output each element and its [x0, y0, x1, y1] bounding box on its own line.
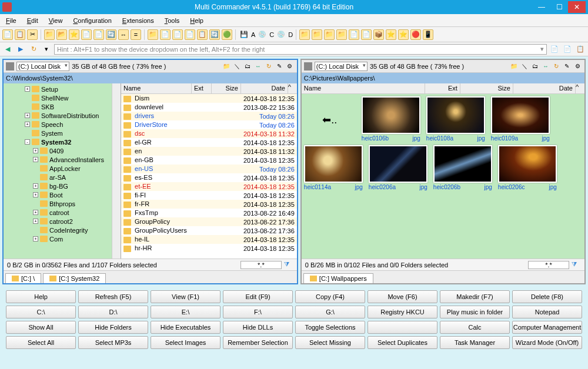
action-button[interactable]: Select Duplicates [368, 336, 437, 349]
right-path[interactable]: C:\Pictures\Wallpappers\ [302, 73, 584, 83]
tree-node[interactable]: +0409 [5, 146, 119, 155]
file-list-header[interactable]: Name Ext Size Date ^ [302, 83, 584, 94]
tree-node[interactable]: +catroot [5, 208, 119, 217]
panel-tool-icon[interactable]: ＼ [232, 62, 242, 71]
panel-tab[interactable]: [C:] System32 [43, 273, 106, 283]
file-row[interactable]: GroupPolicyUsers2013-08-22 17:36 [121, 226, 297, 235]
toolbar-icon[interactable]: 🟢 [222, 29, 232, 40]
action-button[interactable]: Select MP3s [78, 336, 148, 349]
action-button[interactable]: Hide Folders [78, 321, 148, 334]
tree-node[interactable]: ar-SA [5, 173, 119, 182]
expand-icon[interactable]: + [33, 236, 38, 241]
panel-tool-icon[interactable]: 🗂 [530, 62, 540, 71]
toolbar-icon[interactable]: ⭐ [386, 29, 396, 40]
tree-node[interactable]: AppLocker [5, 164, 119, 173]
toolbar-icon[interactable]: 📋 [197, 29, 208, 40]
toolbar-icon[interactable]: 🔄 [209, 29, 220, 40]
action-button[interactable]: Refresh (F5) [78, 290, 148, 303]
panel-tool-icon[interactable]: ⚙ [573, 62, 582, 71]
action-button[interactable]: Delete (F8) [512, 290, 582, 303]
toolbar-icon[interactable]: 📁 [336, 29, 347, 40]
expand-icon[interactable]: + [33, 210, 38, 215]
col-size[interactable]: Size [212, 83, 241, 93]
file-row[interactable]: DriverStoreToday 08:26 [121, 120, 297, 129]
menu-help[interactable]: Help [188, 16, 206, 25]
col-size[interactable]: Size [460, 83, 513, 93]
toolbar-icon[interactable]: ⭐ [398, 29, 409, 40]
panel-tool-icon[interactable]: ↻ [264, 62, 273, 71]
tree-node[interactable]: +Com [5, 234, 119, 243]
action-button[interactable]: Registry HKCU [368, 306, 437, 318]
file-row[interactable]: el-GR2014-03-18 12:35 [121, 138, 297, 147]
nav-icon[interactable]: 📋 [575, 44, 586, 55]
maximize-button[interactable]: ☐ [550, 1, 568, 13]
panel-tool-icon[interactable]: ↻ [552, 62, 561, 71]
action-button[interactable]: C:\ [6, 306, 76, 318]
toolbar-icon[interactable]: 🔴 [410, 29, 421, 40]
action-button[interactable]: Move (F6) [368, 290, 437, 303]
tree-node[interactable]: CodeIntegrity [5, 226, 119, 234]
col-ext[interactable]: Ext [425, 83, 460, 93]
nav-forward-icon[interactable]: ▶ [15, 44, 26, 55]
menu-configuration[interactable]: Configuration [71, 16, 113, 25]
action-button[interactable]: Select Images [151, 336, 220, 349]
toolbar-icon[interactable]: 📁 [312, 29, 322, 40]
toolbar-icon[interactable]: 📄 [185, 29, 195, 40]
thumbnail[interactable]: heic0106bjpg [362, 96, 420, 143]
tree-node[interactable]: +AdvancedInstallers [5, 155, 119, 164]
thumbnail[interactable]: heic0206bjpg [433, 145, 492, 192]
toolbar-paste-icon[interactable]: 📋 [15, 29, 25, 40]
toolbar-cut-icon[interactable]: ✂ [27, 29, 38, 40]
file-row[interactable]: dsc2014-03-18 11:32 [121, 129, 297, 138]
toolbar-icon[interactable]: 🔄 [106, 29, 116, 40]
action-button[interactable]: Hide Executables [151, 321, 220, 334]
file-row[interactable]: et-EE2014-03-18 12:35 [121, 182, 297, 191]
panel-tool-icon[interactable]: ⚙ [285, 62, 295, 71]
file-list[interactable]: Dism2014-03-18 12:35 downlevel2013-08-22… [121, 94, 297, 259]
file-row[interactable]: en2014-03-18 11:32 [121, 147, 297, 156]
tree-node[interactable]: System [5, 129, 119, 137]
nav-icon[interactable]: 📄 [562, 44, 573, 55]
action-button[interactable]: Select All [6, 336, 76, 349]
toolbar-icon[interactable]: 📄 [172, 29, 183, 40]
toolbar-icon[interactable]: 📱 [423, 29, 433, 40]
panel-tab[interactable]: [C:] \ [5, 273, 41, 283]
panel-tool-icon[interactable]: 📁 [222, 62, 231, 71]
close-button[interactable]: ✕ [568, 1, 586, 13]
panel-tool-icon[interactable]: 🗂 [243, 62, 252, 71]
drive-selector[interactable]: (C:) Local Disk [16, 62, 69, 71]
action-button[interactable]: G:\ [295, 306, 365, 318]
col-ext[interactable]: Ext [192, 83, 212, 93]
nav-back-icon[interactable]: ◀ [2, 44, 13, 55]
toolbar-icon[interactable]: 📄 [93, 29, 104, 40]
panel-tool-icon[interactable]: ＼ [520, 62, 529, 71]
action-button[interactable]: D:\ [78, 306, 148, 318]
panel-tool-icon[interactable]: ✎ [562, 62, 572, 71]
action-button[interactable]: Help [6, 290, 76, 303]
tree-node[interactable]: Bthprops [5, 199, 119, 208]
tree-node[interactable]: +bg-BG [5, 182, 119, 190]
expand-icon[interactable]: + [25, 122, 30, 127]
expand-icon[interactable]: + [25, 86, 30, 92]
tree-node[interactable]: +Speech [5, 120, 119, 129]
drive-a-icon[interactable]: 💾 [239, 29, 249, 40]
action-button[interactable]: Play music in folder [440, 306, 510, 318]
action-button[interactable]: Toggle Selections [295, 321, 365, 334]
expand-icon[interactable]: - [25, 139, 30, 145]
tree-node[interactable]: SKB [5, 102, 119, 111]
tree-node[interactable]: -System32 [5, 137, 119, 146]
toolbar-icon[interactable]: 📄 [349, 29, 359, 40]
toolbar-icon[interactable]: 📄 [361, 29, 372, 40]
toolbar-icon[interactable]: 📂 [56, 29, 67, 40]
nav-dropdown-icon[interactable]: ▾ [41, 44, 52, 55]
drive-d-icon[interactable]: 💿 [276, 29, 286, 40]
file-row[interactable]: fi-FI2014-03-18 12:35 [121, 191, 297, 200]
file-row[interactable]: Dism2014-03-18 12:35 [121, 94, 297, 103]
menu-file[interactable]: File [4, 16, 19, 25]
toolbar-icon[interactable]: 📁 [44, 29, 55, 40]
tree-node[interactable]: ShellNew [5, 93, 119, 102]
nav-history-icon[interactable]: ↻ [28, 44, 39, 55]
action-button[interactable]: E:\ [151, 306, 220, 318]
tree-node[interactable]: +Boot [5, 190, 119, 199]
toolbar-icon[interactable]: = [131, 29, 141, 40]
